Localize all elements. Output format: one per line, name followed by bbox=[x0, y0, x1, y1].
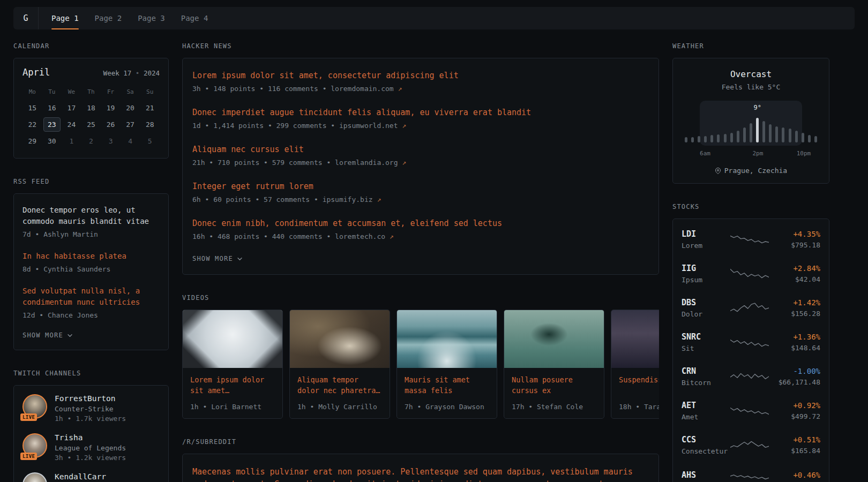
video-title[interactable]: Aliquam tempor dolor nec pharetra… bbox=[297, 374, 382, 396]
stock-sparkline bbox=[730, 438, 769, 452]
calendar-day[interactable]: 28 bbox=[140, 116, 160, 133]
calendar-day[interactable]: 25 bbox=[81, 116, 101, 133]
calendar-day[interactable]: 4 bbox=[121, 133, 140, 149]
rss-item-headline[interactable]: Donec tempor eros leo, ut commodo mauris… bbox=[23, 205, 160, 227]
video-card[interactable]: Aliquam tempor dolor nec pharetra… 1h • … bbox=[289, 310, 390, 419]
stock-row-dbs[interactable]: DBS Dolor +1.42% $156.28 bbox=[682, 291, 820, 325]
hackernews-item[interactable]: Integer eget rutrum lorem 6h • 60 points… bbox=[192, 181, 649, 204]
source-link[interactable]: loremlandia.org bbox=[335, 159, 398, 167]
video-thumbnail[interactable] bbox=[183, 310, 282, 368]
video-title[interactable]: Suspendisse diam bbox=[619, 374, 659, 385]
stock-change: +0.46% bbox=[771, 471, 820, 479]
rss-item-headline[interactable]: Sed volutpat nulla nisl, a condimentum n… bbox=[23, 285, 160, 308]
hackernews-item-headline[interactable]: Integer eget rutrum lorem bbox=[192, 181, 649, 192]
stock-row-iig[interactable]: IIG Ipsum +2.84% $42.04 bbox=[682, 257, 820, 291]
video-meta: 18h • Tara bbox=[619, 403, 659, 411]
calendar-day[interactable]: 17 bbox=[62, 100, 81, 116]
video-card[interactable]: Lorem ipsum dolor sit amet consectetu… 1… bbox=[182, 310, 283, 419]
twitch-channel[interactable]: KendallCarr bbox=[23, 472, 160, 482]
video-card[interactable]: Mauris sit amet massa felis 7h • Grayson… bbox=[396, 310, 497, 419]
channel-name[interactable]: KendallCarr bbox=[55, 472, 106, 481]
stock-row-ahs[interactable]: AHS +0.46% bbox=[682, 462, 820, 482]
tab-page-2[interactable]: Page 2 bbox=[95, 7, 122, 29]
hackernews-item-headline[interactable]: Aliquam nec cursus elit bbox=[192, 144, 649, 155]
calendar-day[interactable]: 3 bbox=[101, 133, 121, 149]
subreddit-item[interactable]: Maecenas mollis pulvinar erat non posuer… bbox=[192, 466, 649, 482]
video-thumbnail[interactable] bbox=[397, 310, 497, 368]
source-link[interactable]: ipsumworld.net bbox=[339, 122, 398, 130]
video-thumbnail[interactable] bbox=[290, 310, 390, 368]
hackernews-item[interactable]: Donec enim nibh, condimentum et accumsan… bbox=[192, 218, 649, 240]
video-title[interactable]: Lorem ipsum dolor sit amet consectetu… bbox=[190, 374, 275, 396]
calendar-day[interactable]: 20 bbox=[121, 100, 140, 116]
source-link[interactable]: loremtech.co bbox=[335, 232, 385, 240]
stock-name: Sit bbox=[682, 344, 728, 352]
channel-name[interactable]: Trisha bbox=[55, 433, 126, 442]
calendar-day-selected[interactable]: 23 bbox=[43, 117, 61, 132]
calendar-day[interactable]: 1 bbox=[62, 133, 81, 149]
channel-meta: 1h • 1.7k viewers bbox=[55, 415, 126, 423]
channel-name[interactable]: ForrestBurton bbox=[55, 394, 126, 403]
calendar-day[interactable]: 15 bbox=[23, 100, 42, 116]
hackernews-show-more-button[interactable]: SHOW MORE bbox=[192, 255, 649, 262]
hackernews-item[interactable]: Donec imperdiet augue tincidunt felis al… bbox=[192, 107, 649, 130]
calendar-day[interactable]: 26 bbox=[101, 116, 121, 133]
stock-name: Ipsum bbox=[682, 276, 728, 284]
tab-page-3[interactable]: Page 3 bbox=[138, 7, 165, 29]
calendar-day[interactable]: 27 bbox=[121, 116, 140, 133]
external-link-icon: ↗ bbox=[402, 159, 406, 167]
video-title[interactable]: Nullam posuere cursus ex bbox=[512, 374, 596, 396]
video-card[interactable]: Nullam posuere cursus ex 17h • Stefan Co… bbox=[504, 310, 604, 419]
stock-row-aet[interactable]: AET Amet +0.92% $499.72 bbox=[682, 394, 820, 428]
tab-page-1[interactable]: Page 1 bbox=[51, 7, 79, 29]
stock-name: Consectetur bbox=[682, 447, 728, 455]
calendar-widget: CALENDAR April Week 17 • 2024 Mo Tu We bbox=[13, 42, 169, 159]
chevron-down-icon bbox=[237, 257, 243, 261]
tab-page-4[interactable]: Page 4 bbox=[181, 7, 208, 29]
hackernews-item[interactable]: Lorem ipsum dolor sit amet, consectetur … bbox=[192, 70, 649, 93]
nav-tabs: Page 1 Page 2 Page 3 Page 4 bbox=[39, 7, 208, 29]
rss-item-headline[interactable]: In hac habitasse platea bbox=[23, 251, 160, 262]
channel-info: Trisha League of Legends 3h • 1.2k viewe… bbox=[55, 433, 126, 462]
weather-condition: Overcast bbox=[682, 69, 820, 79]
calendar-day[interactable]: 29 bbox=[23, 133, 42, 149]
video-thumbnail[interactable] bbox=[611, 310, 659, 368]
source-link[interactable]: ipsumify.biz bbox=[323, 195, 373, 204]
stock-row-ldi[interactable]: LDI Lorem +4.35% $795.18 bbox=[682, 222, 820, 257]
calendar-day[interactable]: 16 bbox=[42, 100, 62, 116]
hackernews-item-headline[interactable]: Donec enim nibh, condimentum et accumsan… bbox=[192, 218, 649, 229]
stock-price: $66,171.48 bbox=[771, 378, 820, 386]
rss-item[interactable]: In hac habitasse platea 8d • Cynthia Sau… bbox=[23, 251, 160, 273]
subreddit-item-headline[interactable]: Maecenas mollis pulvinar erat non posuer… bbox=[192, 466, 649, 482]
chevron-down-icon bbox=[67, 334, 73, 337]
twitch-channel[interactable]: LIVE Trisha League of Legends 3h • 1.2k … bbox=[23, 433, 160, 462]
rss-item[interactable]: Sed volutpat nulla nisl, a condimentum n… bbox=[23, 285, 160, 319]
calendar-day[interactable]: 22 bbox=[23, 116, 42, 133]
hackernews-item-headline[interactable]: Lorem ipsum dolor sit amet, consectetur … bbox=[192, 70, 649, 81]
calendar-dow: Sa bbox=[121, 85, 140, 100]
stock-row-crn[interactable]: CRN Bitcorn -1.00% $66,171.48 bbox=[682, 359, 820, 394]
video-card[interactable]: Suspendisse diam 18h • Tara bbox=[611, 310, 659, 419]
video-thumbnail[interactable] bbox=[504, 310, 604, 368]
calendar-day[interactable]: 18 bbox=[81, 100, 101, 116]
calendar-day[interactable]: 19 bbox=[101, 100, 121, 116]
source-link[interactable]: loremdomain.com bbox=[331, 85, 393, 93]
stock-row-ccs[interactable]: CCS Consectetur +0.51% $165.84 bbox=[682, 428, 820, 462]
calendar-day[interactable]: 5 bbox=[140, 133, 160, 149]
app-logo[interactable]: G bbox=[13, 7, 39, 29]
weather-location: Prague, Czechia bbox=[682, 167, 820, 175]
rss-show-more-button[interactable]: SHOW MORE bbox=[23, 332, 160, 339]
calendar-day[interactable]: 24 bbox=[62, 116, 81, 133]
rss-item[interactable]: Donec tempor eros leo, ut commodo mauris… bbox=[23, 205, 160, 238]
hackernews-item[interactable]: Aliquam nec cursus elit 21h • 710 points… bbox=[192, 144, 649, 167]
calendar-day[interactable]: 30 bbox=[42, 133, 62, 149]
video-body: Mauris sit amet massa felis 7h • Grayson… bbox=[397, 368, 497, 418]
calendar-day[interactable]: 21 bbox=[140, 100, 160, 116]
calendar-day[interactable]: 2 bbox=[81, 133, 101, 149]
rss-item-meta: 12d • Chance Jones bbox=[23, 311, 160, 319]
stock-row-snrc[interactable]: SNRC Sit +1.36% $148.64 bbox=[682, 325, 820, 359]
dashboard-columns: CALENDAR April Week 17 • 2024 Mo Tu We bbox=[13, 42, 855, 482]
video-title[interactable]: Mauris sit amet massa felis bbox=[405, 374, 489, 396]
hackernews-item-headline[interactable]: Donec imperdiet augue tincidunt felis al… bbox=[192, 107, 649, 118]
twitch-channel[interactable]: LIVE ForrestBurton Counter-Strike 1h • 1… bbox=[23, 394, 160, 423]
